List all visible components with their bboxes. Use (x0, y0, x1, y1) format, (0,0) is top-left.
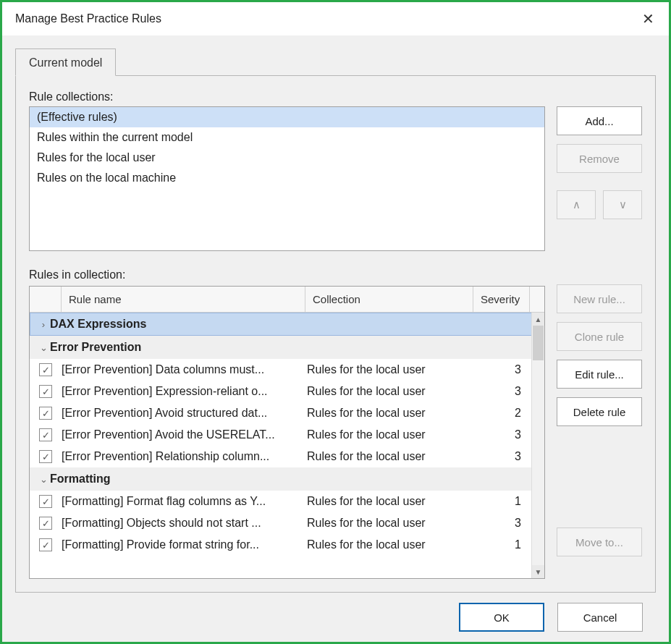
rule-severity-cell: 3 (475, 517, 531, 530)
table-row[interactable]: ✓[Error Prevention] Data columns must...… (30, 359, 544, 381)
table-row[interactable]: ✓[Formatting] Objects should not start .… (30, 512, 544, 534)
rule-severity-cell: 3 (475, 385, 531, 398)
table-row[interactable]: ✓[Formatting] Provide format string for.… (30, 534, 544, 556)
table-body: ›DAX Expressions⌄Error Prevention✓[Error… (30, 313, 544, 578)
rule-collection-cell: Rules for the local user (307, 363, 475, 376)
checkbox-cell[interactable]: ✓ (30, 495, 62, 508)
group-row[interactable]: ›DAX Expressions (30, 313, 544, 336)
rule-name-cell: [Formatting] Format flag columns as Y... (62, 495, 307, 508)
tab-strip: Current model (15, 48, 656, 76)
chevron-down-icon[interactable]: ⌄ (37, 474, 50, 485)
remove-button: Remove (557, 144, 642, 173)
scroll-track[interactable] (532, 326, 544, 565)
ok-button[interactable]: OK (459, 603, 544, 632)
table-row[interactable]: ✓[Error Prevention] Relationship column.… (30, 446, 544, 467)
table-row[interactable]: ✓[Error Prevention] Avoid structured dat… (30, 402, 544, 424)
checkbox-cell[interactable]: ✓ (30, 538, 62, 551)
collections-side-buttons: Add... Remove ∧ ∨ (557, 106, 642, 219)
edit-rule-button[interactable]: Edit rule... (557, 360, 642, 389)
checkbox-icon[interactable]: ✓ (39, 385, 52, 398)
rule-collection-cell: Rules for the local user (307, 450, 475, 463)
reorder-buttons: ∧ ∨ (557, 190, 642, 219)
checkbox-cell[interactable]: ✓ (30, 385, 62, 398)
rule-severity-cell: 1 (475, 495, 531, 508)
vertical-scrollbar[interactable]: ▲ ▼ (531, 313, 544, 578)
chevron-down-icon[interactable]: ⌄ (37, 342, 50, 353)
tab-current-model[interactable]: Current model (15, 48, 116, 76)
dialog-window: Manage Best Practice Rules ✕ Current mod… (0, 0, 671, 644)
table-header: Rule name Collection Severity (30, 287, 544, 313)
collection-item[interactable]: Rules on the local machine (30, 168, 544, 188)
rule-severity-cell: 1 (475, 538, 531, 551)
collection-item[interactable]: Rules for the local user (30, 148, 544, 168)
table-row[interactable]: ✓[Error Prevention] Avoid the USERELAT..… (30, 424, 544, 446)
table-row[interactable]: ✓[Error Prevention] Expression-reliant o… (30, 381, 544, 402)
rule-collection-cell: Rules for the local user (307, 495, 475, 508)
rule-collection-cell: Rules for the local user (307, 428, 475, 441)
group-name: DAX Expressions (50, 318, 146, 331)
close-icon[interactable]: ✕ (635, 7, 662, 30)
column-header-check[interactable] (30, 287, 62, 313)
rules-table: Rule name Collection Severity ›DAX Expre… (29, 286, 545, 579)
cancel-button[interactable]: Cancel (557, 603, 643, 632)
window-title: Manage Best Practice Rules (15, 12, 161, 25)
rule-name-cell: [Error Prevention] Avoid structured dat.… (62, 407, 307, 420)
scroll-down-icon[interactable]: ▼ (532, 565, 544, 578)
group-row[interactable]: ⌄Error Prevention (30, 336, 544, 359)
checkbox-cell[interactable]: ✓ (30, 428, 62, 441)
checkbox-cell[interactable]: ✓ (30, 450, 62, 463)
collections-list[interactable]: (Effective rules) Rules within the curre… (29, 106, 545, 251)
rule-name-cell: [Formatting] Objects should not start ..… (62, 517, 307, 530)
rule-severity-cell: 3 (475, 363, 531, 376)
checkbox-icon[interactable]: ✓ (39, 495, 52, 508)
rule-name-cell: [Formatting] Provide format string for..… (62, 538, 307, 551)
clone-rule-button: Clone rule (557, 322, 642, 351)
checkbox-cell[interactable]: ✓ (30, 517, 62, 530)
delete-rule-button[interactable]: Delete rule (557, 397, 642, 426)
rule-severity-cell: 3 (475, 450, 531, 463)
checkbox-icon[interactable]: ✓ (39, 363, 52, 376)
titlebar: Manage Best Practice Rules ✕ (2, 2, 669, 35)
rules-label: Rules in collection: (29, 268, 642, 281)
checkbox-icon[interactable]: ✓ (39, 407, 52, 420)
move-to-button: Move to... (557, 528, 642, 556)
rule-name-cell: [Error Prevention] Relationship column..… (62, 450, 307, 463)
collection-item[interactable]: (Effective rules) (30, 107, 544, 127)
rules-side-buttons: New rule... Clone rule Edit rule... Dele… (557, 284, 642, 579)
group-row[interactable]: ⌄Formatting (30, 467, 544, 491)
checkbox-icon[interactable]: ✓ (39, 428, 52, 441)
rule-severity-cell: 3 (475, 428, 531, 441)
checkbox-icon[interactable]: ✓ (39, 538, 52, 551)
table-row[interactable]: ✓[Formatting] Format flag columns as Y..… (30, 491, 544, 512)
move-down-button: ∨ (603, 190, 642, 219)
collection-item[interactable]: Rules within the current model (30, 127, 544, 148)
checkbox-cell[interactable]: ✓ (30, 363, 62, 376)
column-header-name[interactable]: Rule name (62, 287, 305, 313)
checkbox-icon[interactable]: ✓ (39, 517, 52, 530)
new-rule-button: New rule... (557, 284, 642, 313)
add-button[interactable]: Add... (557, 106, 642, 135)
rule-name-cell: [Error Prevention] Expression-reliant o.… (62, 385, 307, 398)
checkbox-icon[interactable]: ✓ (39, 450, 52, 463)
rule-name-cell: [Error Prevention] Data columns must... (62, 363, 307, 376)
column-header-severity[interactable]: Severity (473, 287, 530, 313)
column-header-collection[interactable]: Collection (305, 287, 473, 313)
chevron-right-icon[interactable]: › (37, 319, 50, 330)
client-area: Current model Rule collections: (Effecti… (2, 35, 669, 642)
rule-collection-cell: Rules for the local user (307, 407, 475, 420)
rule-collection-cell: Rules for the local user (307, 517, 475, 530)
move-up-button: ∧ (557, 190, 596, 219)
scroll-up-icon[interactable]: ▲ (532, 313, 544, 326)
rule-name-cell: [Error Prevention] Avoid the USERELAT... (62, 428, 307, 441)
collections-label: Rule collections: (29, 90, 642, 103)
rules-row: Rule name Collection Severity ›DAX Expre… (29, 284, 642, 579)
checkbox-cell[interactable]: ✓ (30, 407, 62, 420)
scroll-thumb[interactable] (533, 326, 544, 360)
group-name: Error Prevention (50, 341, 141, 354)
dialog-footer: OK Cancel (15, 593, 656, 642)
rule-collection-cell: Rules for the local user (307, 538, 475, 551)
tab-panel: Rule collections: (Effective rules) Rule… (15, 75, 656, 593)
column-header-scroll (530, 287, 544, 313)
rule-severity-cell: 2 (475, 407, 531, 420)
group-name: Formatting (50, 473, 111, 486)
